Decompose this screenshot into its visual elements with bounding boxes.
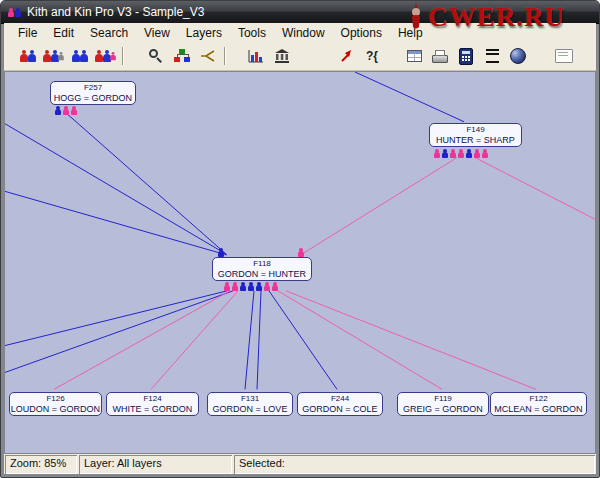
family-name: MCLEAN = GORDON [491,404,586,415]
status-selected: Selected: [234,455,595,474]
person-icon [434,149,440,158]
query-brace-icon[interactable]: ?{ [360,44,384,68]
titlebar[interactable]: Kith and Kin Pro V3 - Sample_V3 [1,1,599,24]
family-box-f118[interactable]: F118 GORDON = HUNTER [212,257,312,281]
menu-view[interactable]: View [136,24,178,42]
menu-window[interactable]: Window [274,24,333,42]
family-box-f122[interactable]: F122 MCLEAN = GORDON [490,392,587,416]
menu-layers[interactable]: Layers [178,24,230,42]
person-icon [43,50,51,63]
menubar: File Edit Search View Layers Tools Windo… [4,23,596,42]
toolbar-separator [224,47,226,65]
menu-file[interactable]: File [10,24,45,42]
menu-tools[interactable]: Tools [230,24,274,42]
family-name: GORDON = LOVE [208,404,292,415]
printer-icon[interactable] [428,44,452,68]
family-id: F122 [491,394,586,404]
families-icon[interactable] [16,44,40,68]
zoom-icon[interactable] [144,44,168,68]
person-icon [264,282,270,291]
pointer-icon[interactable] [334,44,358,68]
couple-icon[interactable] [68,44,92,68]
person-icon [482,149,488,158]
app-window: Kith and Kin Pro V3 - Sample_V3 CWER.RU … [0,0,600,478]
chart-icon[interactable] [244,44,268,68]
family-id: F126 [10,394,101,404]
person-icon [72,50,80,63]
calculator-icon[interactable] [454,44,478,68]
family-id: F119 [398,394,488,404]
family-name: HOGG = GORDON [51,93,135,104]
toolbar: ?{ ? × [4,42,596,71]
tree-view-icon[interactable] [170,44,194,68]
menu-help[interactable]: Help [390,24,431,42]
app-icon-person-blue [15,8,21,17]
family-id: F149 [430,125,521,135]
statusbar: Zoom: 85% Layer: All layers Selected: [4,454,596,474]
person-icon [474,149,480,158]
app-icon-person-pink [8,8,14,17]
status-zoom: Zoom: 85% [5,455,77,474]
family-id: F118 [213,259,311,269]
person-icon [256,282,262,291]
person-icon [80,50,88,63]
family-add-icon[interactable] [42,44,66,68]
family-name: GORDON = COLE [298,404,382,415]
person-icon [63,106,69,115]
family-id: F257 [51,83,135,93]
person-icon [466,149,472,158]
person-icon [272,282,278,291]
status-layer: Layer: All layers [79,455,232,474]
parent-link-icon-male [218,248,224,257]
parent-link-icon-female [298,248,304,257]
children-icons-f118 [224,282,278,291]
person-icon [58,51,64,60]
menu-edit[interactable]: Edit [45,24,82,42]
family-box-f124[interactable]: F124 WHITE = GORDON [106,392,199,416]
person-icon [458,149,464,158]
family-name: GREIG = GORDON [398,404,488,415]
person-icon [55,106,61,115]
family-box-f149[interactable]: F149 HUNTER = SHARP [429,123,522,147]
family-box-f257[interactable]: F257 HOGG = GORDON [50,81,136,105]
person-icon [95,50,103,63]
sources-bank-icon[interactable] [270,44,294,68]
family-name: GORDON = HUNTER [213,269,311,280]
person-icon [20,50,28,63]
children-icons-f149 [434,149,488,158]
family-name: LOUDON = GORDON [10,404,101,415]
menu-options[interactable]: Options [333,24,390,42]
card-index-icon[interactable] [552,44,576,68]
menu-search[interactable]: Search [82,24,136,42]
children-icons-f257 [55,106,77,115]
family-box-f244[interactable]: F244 GORDON = COLE [297,392,383,416]
person-icon [240,282,246,291]
family-box-f126[interactable]: F126 LOUDON = GORDON [9,392,102,416]
client-area: File Edit Search View Layers Tools Windo… [4,23,596,474]
family-name: HUNTER = SHARP [430,135,521,146]
list-lines-icon[interactable] [480,44,504,68]
window-title: Kith and Kin Pro V3 - Sample_V3 [27,5,204,19]
person-icon [232,282,238,291]
person-icon [110,51,116,60]
app-icon [8,8,21,17]
person-icon [450,149,456,158]
family-box-f131[interactable]: F131 GORDON = LOVE [207,392,293,416]
toolbar-separator [122,47,124,65]
person-icon [442,149,448,158]
family-name: WHITE = GORDON [107,404,198,415]
family-id: F124 [107,394,198,404]
person-icon [28,50,36,63]
records-grid-icon[interactable] [402,44,426,68]
tree-chart-canvas[interactable]: F257 HOGG = GORDON F149 HUNTER = SHARP F… [4,71,596,454]
family-id: F244 [298,394,382,404]
person-icon [71,106,77,115]
globe-icon[interactable] [506,44,530,68]
person-icon [248,282,254,291]
pedigree-icon[interactable] [196,44,220,68]
family-box-f119[interactable]: F119 GREIG = GORDON [397,392,489,416]
kin-group-icon[interactable] [94,44,118,68]
family-id: F131 [208,394,292,404]
person-icon [224,282,230,291]
